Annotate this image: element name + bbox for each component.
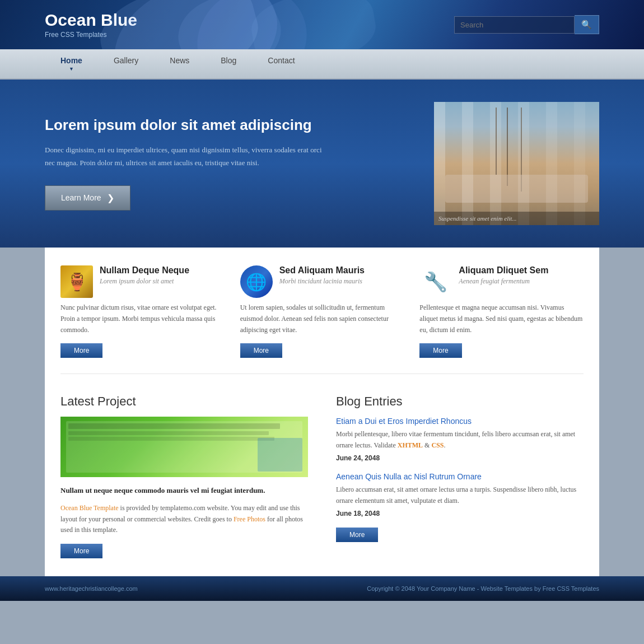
hero-description: Donec dignissim, mi eu imperdiet ultrice… [45, 144, 322, 170]
globe-icon: 🌐 [240, 265, 273, 298]
hero-title: Lorem ipsum dolor sit amet adipiscing [45, 116, 322, 134]
feature-col-1: 🏺 Nullam Deque Neque Lorem ipsum dolor s… [60, 265, 225, 358]
blog-section-title: Blog Entries [336, 394, 584, 409]
blog-entry-2-body: Libero accumsan erat, sit amet ornare le… [336, 484, 584, 507]
project-image [60, 417, 308, 477]
col2-more-button[interactable]: More [240, 343, 282, 358]
col2-body: Ut lorem sapien, sodales ut sollicitudin… [240, 302, 404, 335]
hero-section: Lorem ipsum dolor sit amet adipiscing Do… [0, 80, 644, 248]
project-free-photos-link[interactable]: Free Photos [234, 515, 265, 523]
blog-entry-1: Etiam a Dui et Eros Imperdiet Rhoncus Mo… [336, 417, 584, 462]
hero-image-caption: Suspendisse sit amet enim elit... [434, 212, 599, 225]
project-section-title: Latest Project [60, 394, 308, 409]
hero-text: Lorem ipsum dolor sit amet adipiscing Do… [45, 116, 350, 211]
main-content: 🏺 Nullam Deque Neque Lorem ipsum dolor s… [45, 248, 599, 576]
col1-body: Nunc pulvinar dictum risus, vitae ornare… [60, 302, 225, 335]
nav-item-contact[interactable]: Contact [252, 49, 310, 78]
bottom-row: Latest Project Nullam ut neque neque com… [60, 394, 584, 558]
blog-entry-2: Aenean Quis Nulla ac Nisl Rutrum Ornare … [336, 472, 584, 517]
project-body: Ocean Blue Template is provided by templ… [60, 503, 308, 536]
blog-entry-2-date: June 18, 2048 [336, 510, 584, 517]
blog-entry-1-title[interactable]: Etiam a Dui et Eros Imperdiet Rhoncus [336, 417, 584, 426]
footer: www.heritagechristiancollege.com Copyrig… [0, 576, 644, 601]
css-link[interactable]: CSS [431, 441, 444, 449]
feature-col-2: 🌐 Sed Aliquam Mauris Morbi tincidunt lac… [240, 265, 404, 358]
nav-item-gallery[interactable]: Gallery [98, 49, 154, 78]
col3-body: Pellentesque et magna neque accumsan nis… [419, 302, 584, 335]
footer-right: Copyright © 2048 Your Company Name - Web… [367, 585, 599, 592]
col3-more-button[interactable]: More [419, 343, 461, 358]
col2-title: Sed Aliquam Mauris [279, 265, 365, 276]
footer-left: www.heritagechristiancollege.com [45, 585, 138, 592]
hero-image: Suspendisse sit amet enim elit... [434, 102, 599, 225]
col3-title: Aliquam Dliquet Sem [459, 265, 548, 276]
nav-item-home[interactable]: Home ▼ [45, 49, 98, 78]
search-area: 🔍 [454, 15, 599, 34]
col1-more-button[interactable]: More [60, 343, 102, 358]
project-link-orange[interactable]: Ocean Blue Template [60, 504, 119, 512]
latest-project: Latest Project Nullam ut neque neque com… [60, 394, 308, 558]
blog-section: Blog Entries Etiam a Dui et Eros Imperdi… [336, 394, 584, 558]
nav-item-blog[interactable]: Blog [205, 49, 252, 78]
project-more-button[interactable]: More [60, 544, 102, 558]
xhtml-link[interactable]: XHTML [398, 441, 423, 449]
features-row: 🏺 Nullam Deque Neque Lorem ipsum dolor s… [60, 265, 584, 374]
col2-subtitle: Morbi tincidunt lacinia mauris [279, 277, 365, 286]
feature-col-3: 🔧 Aliquam Dliquet Sem Aenean feugiat fer… [419, 265, 584, 358]
blog-more-button[interactable]: More [336, 528, 378, 542]
col1-title: Nullam Deque Neque [100, 265, 189, 276]
nav-item-news[interactable]: News [154, 49, 205, 78]
search-input[interactable] [454, 16, 575, 34]
tools-icon: 🔧 [419, 265, 452, 298]
col1-subtitle: Lorem ipsum dolor sit amet [100, 277, 189, 286]
search-button[interactable]: 🔍 [575, 15, 599, 34]
col3-subtitle: Aenean feugiat fermentum [459, 277, 548, 286]
blog-entry-2-title[interactable]: Aenean Quis Nulla ac Nisl Rutrum Ornare [336, 472, 584, 481]
navigation: Home ▼ Gallery News Blog Contact [0, 49, 644, 80]
project-caption: Nullam ut neque neque commodo mauris vel… [60, 485, 308, 496]
blog-entry-1-date: June 24, 2048 [336, 454, 584, 462]
blog-entry-1-body: Morbi pellentesque, libero vitae ferment… [336, 429, 584, 451]
treasure-icon: 🏺 [60, 265, 93, 298]
learn-more-button[interactable]: Learn More ❯ [45, 185, 130, 211]
